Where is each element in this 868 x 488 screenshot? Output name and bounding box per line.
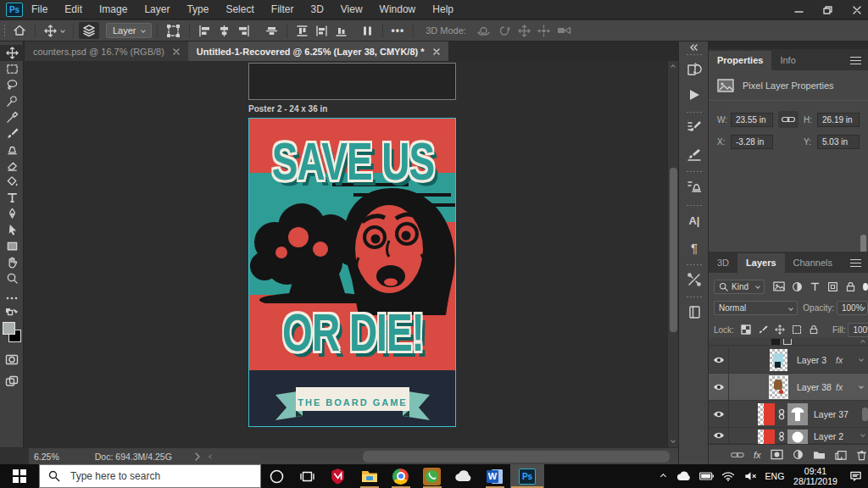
menu-layer[interactable]: Layer bbox=[136, 0, 178, 19]
align-center-h-button[interactable] bbox=[214, 22, 234, 39]
menu-view[interactable]: View bbox=[332, 0, 371, 19]
brushes-panel-icon[interactable] bbox=[685, 145, 704, 164]
menu-filter[interactable]: Filter bbox=[263, 0, 303, 19]
tray-volume-muted[interactable] bbox=[739, 464, 761, 488]
artboard-label[interactable]: Poster 2 - 24 x 36 in bbox=[248, 104, 327, 114]
horizontal-scrollbar-thumb[interactable] bbox=[363, 451, 670, 463]
visibility-toggle[interactable] bbox=[709, 401, 729, 427]
default-swap-colors[interactable] bbox=[0, 306, 24, 319]
filter-toggle[interactable] bbox=[863, 283, 868, 291]
tab-3d[interactable]: 3D bbox=[709, 253, 737, 273]
paragraph-panel-icon[interactable]: ¶ bbox=[685, 238, 704, 257]
3d-camera-button[interactable] bbox=[554, 22, 575, 39]
lasso-tool[interactable] bbox=[0, 77, 24, 93]
layer-name[interactable]: Layer 38 bbox=[797, 382, 832, 392]
fill-dropdown[interactable]: 100% bbox=[848, 323, 868, 337]
fx-badge[interactable]: fx bbox=[836, 382, 843, 392]
artboard-poster-2[interactable]: SAVE US OR DIE! THE BOARD GAME bbox=[248, 118, 456, 427]
document-tab-untitled[interactable]: Untitled-1-Recovered @ 6.25% (Layer 38, … bbox=[188, 42, 448, 61]
scroll-left-icon[interactable] bbox=[209, 454, 214, 459]
x-field[interactable]: -3.28 in bbox=[731, 135, 773, 149]
auto-select-toggle[interactable] bbox=[79, 22, 99, 39]
tab-properties[interactable]: Properties bbox=[709, 51, 771, 70]
action-center-button[interactable] bbox=[843, 464, 868, 488]
layer-name[interactable]: Layer 37 bbox=[814, 409, 849, 419]
brush-tool[interactable] bbox=[0, 125, 24, 141]
visibility-toggle[interactable] bbox=[709, 428, 729, 443]
fx-badge[interactable]: fx bbox=[836, 355, 843, 365]
character-panel-icon[interactable]: A| bbox=[685, 211, 704, 230]
new-group-button[interactable] bbox=[813, 449, 826, 460]
lock-position-button[interactable] bbox=[771, 321, 788, 338]
filter-shape-layers-button[interactable] bbox=[824, 278, 842, 295]
menu-image[interactable]: Image bbox=[91, 0, 136, 19]
layer-mask-thumbnail[interactable] bbox=[787, 403, 808, 425]
scroll-up-icon[interactable] bbox=[860, 340, 865, 345]
quick-selection-tool[interactable] bbox=[0, 93, 24, 109]
distribute-center-h-button[interactable] bbox=[312, 22, 331, 39]
filter-adjustment-layers-button[interactable] bbox=[788, 278, 806, 295]
distribute-bottom-button[interactable] bbox=[331, 22, 351, 39]
add-layer-mask-button[interactable] bbox=[771, 449, 783, 460]
tray-clock[interactable]: 09:41 28/11/2019 bbox=[788, 464, 843, 488]
edit-toolbar-button[interactable] bbox=[0, 290, 24, 306]
distribute-top-button[interactable] bbox=[292, 22, 312, 39]
tray-language[interactable]: ENG bbox=[761, 464, 788, 488]
new-layer-button[interactable] bbox=[835, 449, 847, 460]
close-icon[interactable] bbox=[851, 5, 863, 15]
hand-tool[interactable] bbox=[0, 254, 24, 270]
add-adjustment-layer-button[interactable] bbox=[793, 449, 804, 460]
layer-row-layer-2[interactable]: Layer 2 bbox=[709, 428, 868, 444]
menu-edit[interactable]: Edit bbox=[56, 0, 91, 19]
clone-stamp-tool[interactable] bbox=[0, 141, 24, 158]
word-button[interactable]: W bbox=[479, 464, 510, 488]
layer-mask-thumbnail[interactable] bbox=[787, 430, 808, 444]
menu-type[interactable]: Type bbox=[178, 0, 217, 19]
tray-wifi[interactable] bbox=[717, 464, 739, 488]
scroll-down-icon[interactable] bbox=[860, 432, 865, 437]
eraser-tool[interactable] bbox=[0, 158, 24, 174]
tray-battery[interactable] bbox=[695, 464, 717, 488]
fx-expand-icon[interactable] bbox=[859, 357, 864, 362]
tray-onedrive[interactable] bbox=[673, 464, 695, 488]
marquee-tool[interactable] bbox=[0, 61, 24, 77]
home-button[interactable] bbox=[9, 22, 30, 39]
rectangle-tool[interactable] bbox=[0, 238, 24, 254]
whatsapp-button[interactable] bbox=[416, 464, 448, 488]
close-tab-icon[interactable] bbox=[173, 48, 180, 55]
filter-type-layers-button[interactable] bbox=[806, 278, 824, 295]
onedrive-button[interactable] bbox=[448, 464, 479, 488]
link-dimensions-button[interactable] bbox=[778, 111, 798, 128]
screen-mode-button[interactable] bbox=[0, 373, 24, 389]
opacity-dropdown[interactable]: 100% bbox=[837, 301, 868, 315]
tab-info[interactable]: Info bbox=[771, 51, 804, 70]
lock-all-button[interactable] bbox=[805, 321, 822, 338]
clone-source-panel-icon[interactable] bbox=[685, 177, 704, 196]
align-center-v-button[interactable] bbox=[262, 22, 281, 39]
history-panel-icon[interactable] bbox=[685, 60, 704, 79]
layer-thumbnail[interactable] bbox=[770, 349, 787, 371]
artboard-poster-1[interactable] bbox=[248, 63, 456, 100]
link-layers-button[interactable] bbox=[731, 451, 744, 459]
zoom-tool[interactable] bbox=[0, 270, 24, 286]
width-field[interactable]: 23.55 in bbox=[731, 113, 773, 127]
tab-channels[interactable]: Channels bbox=[785, 253, 841, 273]
quick-mask-button[interactable] bbox=[0, 352, 24, 368]
add-layer-style-button[interactable]: fx bbox=[754, 450, 761, 460]
align-right-button[interactable] bbox=[234, 22, 253, 39]
lock-transparent-button[interactable] bbox=[737, 321, 754, 338]
canvas-vertical-scrollbar[interactable] bbox=[667, 61, 678, 447]
menu-select[interactable]: Select bbox=[217, 0, 262, 19]
path-select-tool[interactable] bbox=[0, 222, 24, 238]
taskbar-search[interactable] bbox=[39, 464, 261, 488]
auto-select-target-dropdown[interactable]: Layer bbox=[106, 23, 152, 38]
minimize-icon[interactable] bbox=[793, 5, 805, 15]
3d-roll-button[interactable] bbox=[494, 22, 515, 39]
canvas-area[interactable]: Poster 2 - 24 x 36 in bbox=[25, 61, 667, 447]
height-field[interactable]: 26.19 in bbox=[817, 113, 860, 127]
filter-smart-objects-button[interactable] bbox=[842, 278, 860, 295]
list-scrollbar-thumb[interactable] bbox=[862, 408, 868, 421]
actions-panel-icon[interactable] bbox=[685, 86, 704, 104]
filter-pixel-layers-button[interactable] bbox=[770, 278, 788, 295]
scroll-down-icon[interactable] bbox=[670, 438, 676, 443]
